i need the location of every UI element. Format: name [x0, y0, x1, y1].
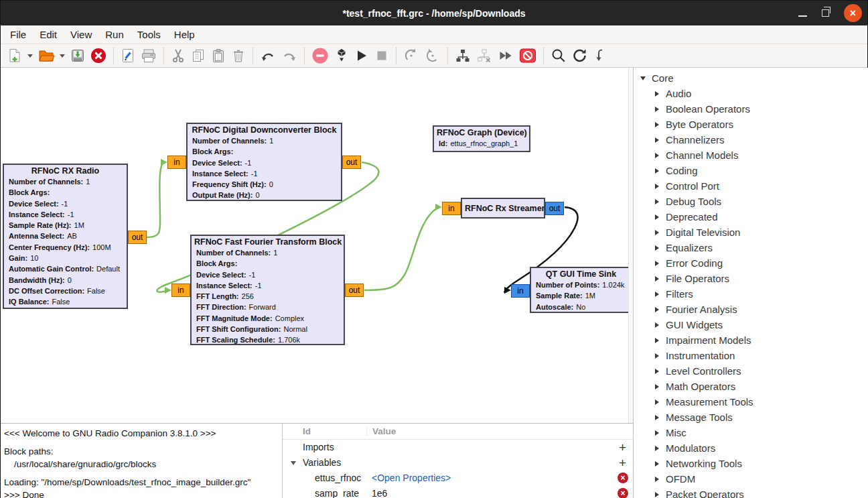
canvas-scrollbar[interactable]	[628, 68, 633, 423]
variables-row[interactable]: Variables +	[283, 455, 633, 471]
library-category[interactable]: Audio	[634, 86, 868, 101]
port-out[interactable]: out	[128, 231, 147, 244]
library-category[interactable]: File Operators	[634, 271, 868, 286]
library-category[interactable]: Message Tools	[634, 410, 868, 425]
library-category[interactable]: Control Port	[634, 178, 868, 194]
port-in[interactable]: in	[167, 155, 186, 169]
library-category[interactable]: GUI Widgets	[634, 317, 868, 332]
edit-properties-button[interactable]	[118, 45, 138, 66]
console-line: Block paths:	[4, 445, 281, 458]
open-file-button[interactable]	[35, 45, 57, 66]
reload-button[interactable]	[569, 45, 591, 66]
port-out[interactable]: out	[342, 155, 361, 169]
console-line: >>> Done	[4, 489, 281, 498]
library-category[interactable]: Error Coding	[634, 255, 868, 271]
delete-button[interactable]	[228, 45, 248, 66]
library-category[interactable]: Fourier Analysis	[634, 302, 868, 317]
add-variable-button[interactable]: +	[619, 455, 626, 471]
find-block-button[interactable]	[548, 45, 569, 66]
library-category[interactable]: Modulators	[634, 440, 868, 456]
library-category[interactable]: Digital Television	[634, 225, 868, 240]
block-params: Number of Channels:1Block Args:Device Se…	[188, 135, 341, 202]
reload-blocks-button[interactable]	[401, 45, 422, 66]
library-category[interactable]: Networking Tools	[634, 456, 868, 471]
library-category[interactable]: Channel Models	[634, 147, 868, 163]
menu-run[interactable]: Run	[98, 25, 131, 44]
cut-button[interactable]	[168, 45, 188, 66]
open-properties-link[interactable]: <Open Properties>	[372, 473, 451, 483]
fast-forward-icon[interactable]	[495, 45, 516, 66]
flowgraph-canvas[interactable]: RFNoC RX Radio Number of Channels:1Block…	[1, 68, 633, 423]
export-design-icon[interactable]	[591, 45, 608, 66]
variable-row-samp-rate[interactable]: samp_rate 1e6 ×	[283, 486, 633, 498]
library-category[interactable]: Boolean Operators	[634, 101, 868, 117]
generate-flowgraph-button[interactable]	[332, 45, 352, 66]
reload-designs-button[interactable]	[422, 45, 443, 66]
chevron-right-icon	[655, 477, 659, 482]
port-out[interactable]: out	[545, 202, 564, 215]
library-category-core[interactable]: Core	[634, 70, 868, 86]
block-qt-gui-time-sink[interactable]: QT GUI Time Sink Number of Points:1.024k…	[530, 267, 632, 313]
chevron-right-icon	[655, 322, 659, 328]
close-file-button[interactable]	[88, 45, 109, 66]
port-in[interactable]: in	[511, 284, 530, 298]
save-button[interactable]	[68, 45, 88, 66]
titlebar: *test_rfnoc_fft.grc - /home/sp/Downloads…	[1, 1, 867, 25]
library-category[interactable]: OFDM	[634, 471, 868, 487]
block-rfnoc-rx-streamer[interactable]: RFNoC Rx Streamer in out	[461, 198, 545, 219]
library-category[interactable]: Impairment Models	[634, 332, 868, 348]
library-category[interactable]: Misc	[634, 425, 868, 440]
kill-flowgraph-button[interactable]	[372, 45, 392, 66]
library-category[interactable]: Level Controllers	[634, 363, 868, 379]
clear-hier-cache-icon[interactable]	[474, 45, 495, 66]
new-file-button[interactable]	[5, 45, 25, 66]
menu-view[interactable]: View	[64, 25, 98, 44]
undo-button[interactable]	[257, 45, 279, 66]
new-file-dropdown-icon[interactable]	[27, 54, 33, 58]
library-category[interactable]: Channelizers	[634, 132, 868, 147]
library-category[interactable]: Filters	[634, 286, 868, 302]
block-rfnoc-rx-radio[interactable]: RFNoC RX Radio Number of Channels:1Block…	[3, 164, 128, 309]
chevron-right-icon	[655, 137, 659, 143]
menu-tools[interactable]: Tools	[131, 25, 167, 44]
library-category[interactable]: Byte Operators	[634, 117, 868, 132]
port-in[interactable]: in	[442, 202, 461, 215]
copy-button[interactable]	[188, 45, 208, 66]
block-rfnoc-ddc[interactable]: RFNoC Digital Downconverter Block Number…	[186, 123, 342, 201]
menu-file[interactable]: File	[3, 25, 33, 44]
library-category[interactable]: Packet Operators	[634, 487, 868, 498]
add-import-button[interactable]: +	[619, 440, 626, 455]
block-title: RFNoC Digital Downconverter Block	[188, 124, 341, 135]
chevron-right-icon	[655, 245, 659, 251]
view-errors-button[interactable]	[309, 45, 332, 66]
imports-row[interactable]: Imports +	[283, 440, 633, 455]
library-category[interactable]: Measurement Tools	[634, 394, 868, 410]
block-title: RFNoC RX Radio	[4, 165, 127, 176]
block-rfnoc-graph[interactable]: RFNoC Graph (Device) Id:ettus_rfnoc_grap…	[433, 125, 530, 152]
block-title: QT GUI Time Sink	[531, 268, 631, 279]
library-category[interactable]: Equalizers	[634, 240, 868, 255]
menu-edit[interactable]: Edit	[33, 25, 64, 44]
port-out[interactable]: out	[345, 284, 364, 297]
execute-flowgraph-button[interactable]	[352, 45, 372, 66]
library-category[interactable]: Debug Tools	[634, 194, 868, 209]
create-hier-block-icon[interactable]	[452, 45, 474, 66]
chevron-down-icon	[640, 76, 646, 80]
minimize-button[interactable]	[798, 15, 807, 17]
print-button[interactable]	[138, 45, 159, 66]
port-in[interactable]: in	[171, 284, 190, 297]
library-category[interactable]: Instrumentation	[634, 348, 868, 363]
library-category[interactable]: Deprecated	[634, 209, 868, 225]
menu-help[interactable]: Help	[167, 25, 202, 44]
toggle-disabled-blocks-button[interactable]	[516, 45, 539, 66]
redo-button[interactable]	[279, 45, 300, 66]
library-category[interactable]: Math Operators	[634, 379, 868, 394]
open-file-dropdown-icon[interactable]	[60, 54, 65, 58]
paste-button[interactable]	[208, 45, 228, 66]
block-rfnoc-fft[interactable]: RFNoC Fast Fourier Transform Block Numbe…	[190, 235, 345, 345]
chevron-right-icon	[655, 91, 659, 97]
maximize-button[interactable]	[822, 9, 829, 17]
variable-row-ettus-rfnoc[interactable]: ettus_rfnoc <Open Properties> ×	[283, 471, 633, 486]
close-button[interactable]: ×	[844, 4, 862, 22]
library-category[interactable]: Coding	[634, 163, 868, 178]
